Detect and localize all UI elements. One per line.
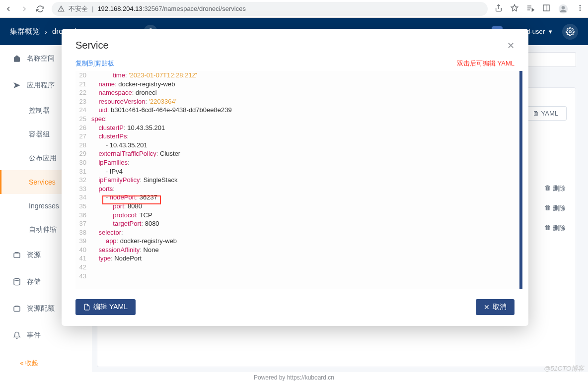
code-line: 42 [75,263,519,272]
yaml-editor[interactable]: 20 time: '2023-01-07T12:28:21Z'21 name: … [75,71,522,289]
code-line: 23 resourceVersion: '2203364' [75,97,519,106]
code-line: 22 namespace: droneci [75,88,519,97]
insecure-label: 不安全 [69,4,88,13]
insecure-icon [58,5,65,12]
code-line: 37 targetPort: 8080 [75,219,519,228]
code-line: 31 - IPv4 [75,167,519,176]
code-line: 33 ports: [75,185,519,193]
edit-yaml-hint: 双击后可编辑 YAML [457,59,514,68]
code-line: 29 externalTrafficPolicy: Cluster [75,149,519,158]
star-icon[interactable] [511,4,518,14]
close-icon[interactable]: ✕ [507,40,514,51]
code-line: 30 ipFamilies: [75,158,519,167]
modal-title: Service [75,40,109,51]
code-line: 21 name: docker-registry-web [75,80,519,89]
svg-rect-17 [14,307,20,311]
address-bar[interactable]: 不安全 | 192.168.204.13:32567/namespace/dro… [52,2,488,16]
svg-rect-7 [543,5,549,11]
code-line: 40 sessionAffinity: None [75,246,519,255]
code-line: 41 type: NodePort [75,254,519,263]
code-line: 27 clusterIPs: [75,132,519,141]
svg-point-13 [580,9,581,11]
svg-marker-2 [511,4,517,11]
browser-toolbar: 不安全 | 192.168.204.13:32567/namespace/dro… [0,0,588,18]
code-line: 25spec: [75,115,519,124]
svg-point-14 [569,30,572,33]
svg-point-12 [580,7,581,8]
code-line: 24 uid: b301c461-6cdf-464e-9438-dd7b0ee8… [75,106,519,115]
footer: Powered by https://kuboard.cn [0,372,588,383]
svg-marker-6 [532,8,534,11]
playlist-icon[interactable] [526,4,534,14]
code-line: 20 time: '2023-01-07T12:28:21Z' [75,71,519,80]
svg-point-11 [580,5,581,6]
svg-point-10 [562,6,565,9]
reload-button[interactable] [36,4,45,13]
delete-button-2[interactable]: 🗑 删除 [544,204,566,213]
svg-point-16 [14,278,20,280]
copy-to-clipboard-link[interactable]: 复制到剪贴板 [75,59,114,68]
cancel-button[interactable]: ✕ 取消 [476,299,514,315]
delete-button-1[interactable]: 🗑 删除 [544,184,566,193]
service-yaml-modal: Service ✕ 复制到剪贴板 双击后可编辑 YAML 20 time: '2… [62,29,528,326]
code-line: 35 port: 8080 [75,202,519,211]
code-line: 38 selector: [75,228,519,237]
collapse-sidebar-button[interactable]: « 收起 [0,359,92,368]
watermark: @51CTO博客 [544,364,584,373]
delete-button-3[interactable]: 🗑 删除 [544,224,566,233]
url-text: 192.168.204.13:32567/namespace/droneci/s… [97,5,246,12]
code-line: 43 [75,272,519,281]
code-line: 28 - 10.43.35.201 [75,141,519,150]
yaml-button[interactable]: 🗎 YAML [524,106,567,121]
svg-point-1 [61,10,62,10]
breadcrumb-cluster[interactable]: 集群概览 [10,27,40,36]
code-line: 34 - nodePort: 36237 [75,193,519,202]
back-button[interactable] [4,4,13,13]
settings-button[interactable] [562,24,578,40]
code-line: 36 protocol: TCP [75,211,519,220]
more-icon[interactable] [576,4,584,14]
code-line: 32 ipFamilyPolicy: SingleStack [75,176,519,185]
profile-icon[interactable] [558,4,568,14]
edit-yaml-button[interactable]: 编辑 YAML [75,299,136,315]
code-line: 39 app: docker-registry-web [75,237,519,246]
svg-rect-15 [14,253,20,257]
sidebar-item-events[interactable]: 事件 [0,322,92,349]
share-icon[interactable] [495,4,503,14]
code-line: 26 clusterIP: 10.43.35.201 [75,124,519,132]
panel-icon[interactable] [542,4,550,14]
forward-button[interactable] [20,4,29,13]
